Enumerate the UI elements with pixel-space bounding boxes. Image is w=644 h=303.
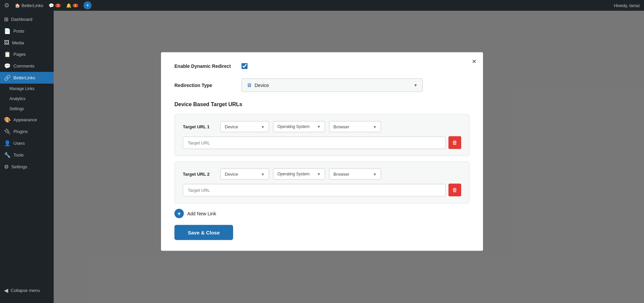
sidebar-item-manage-links[interactable]: Manage Links [0, 84, 54, 94]
os-placeholder-2: Operating System [277, 172, 310, 176]
sidebar-item-pages[interactable]: 📋 Pages [0, 48, 54, 60]
target-url-1-input[interactable] [183, 136, 446, 149]
users-icon: 👤 [4, 140, 11, 146]
target-url-2-input-row: 🗑 [183, 184, 461, 197]
plugins-icon: 🔌 [4, 128, 11, 135]
target-url-1-card: Target URL 1 Device ▼ Operating System ▼… [174, 114, 470, 156]
target-url-2-card: Target URL 2 Device ▼ Operating System ▼… [174, 162, 470, 204]
sidebar-item-comments[interactable]: 💬 Comments [0, 60, 54, 72]
target-url-2-browser-dropdown[interactable]: Browser ▼ [329, 169, 381, 180]
posts-icon: 📄 [4, 28, 11, 34]
sidebar-item-appearance[interactable]: 🎨 Appearance [0, 114, 54, 126]
admin-bar-add-button[interactable]: + [84, 1, 92, 9]
sidebar: ⊞ Dashboard 📄 Posts 🖼 Media 📋 Pages 💬 Co… [0, 11, 54, 303]
target-url-2-delete-button[interactable]: 🗑 [448, 184, 461, 197]
sidebar-item-users[interactable]: 👤 Users [0, 137, 54, 149]
device-placeholder-2: Device [225, 172, 238, 177]
browser-chevron-icon-2: ▼ [373, 172, 377, 176]
sidebar-item-label: Collapse menu [11, 288, 40, 293]
target-url-1-os-dropdown[interactable]: Operating System ▼ [273, 121, 325, 132]
modal-dialog: × Enable Dynamic Redirect Redirection Ty… [161, 52, 483, 251]
target-url-2-input[interactable] [183, 184, 446, 196]
sidebar-item-label: Tools [13, 153, 23, 158]
appearance-icon: 🎨 [4, 117, 11, 123]
admin-bar-site[interactable]: 🏠 BetterLinks [15, 3, 43, 8]
sidebar-item-plugins[interactable]: 🔌 Plugins [0, 126, 54, 137]
os-chevron-icon-2: ▼ [317, 172, 321, 176]
sidebar-item-label: Manage Links [9, 86, 35, 91]
settings-icon: ⚙ [4, 164, 9, 170]
browser-chevron-icon: ▼ [373, 125, 377, 129]
admin-bar-updates[interactable]: 🔔 6 [66, 3, 78, 8]
betterlinks-icon: 🔗 [4, 75, 11, 81]
browser-placeholder-2: Browser [333, 172, 350, 177]
target-url-1-label: Target URL 1 [183, 124, 216, 129]
admin-bar-comments[interactable]: 💬 3 [49, 3, 61, 8]
os-chevron-icon: ▼ [317, 125, 321, 129]
target-url-2-filters-row: Target URL 2 Device ▼ Operating System ▼… [183, 169, 461, 180]
admin-bar-howdy: Howdy, tanaz [614, 3, 640, 8]
save-close-button[interactable]: Save & Close [174, 225, 233, 240]
admin-bar: ⚙ 🏠 BetterLinks 💬 3 🔔 6 + Howdy, tanaz [0, 0, 644, 11]
modal-body: Enable Dynamic Redirect Redirection Type… [161, 52, 483, 251]
sidebar-item-label: Users [13, 141, 25, 146]
sidebar-item-label: Media [12, 40, 24, 45]
redirection-type-row: Redirection Type 🖥 Device ▼ [174, 79, 470, 92]
target-url-1-input-row: 🗑 [183, 136, 461, 149]
tools-icon: 🔧 [4, 152, 11, 158]
sidebar-item-label: Settings [9, 106, 24, 111]
redirection-type-value: Device [255, 83, 269, 88]
target-url-2-os-dropdown[interactable]: Operating System ▼ [273, 169, 325, 179]
sidebar-item-label: Analytics [9, 96, 25, 101]
sidebar-item-settings2[interactable]: ⚙ Settings [0, 161, 54, 173]
media-icon: 🖼 [4, 40, 9, 46]
add-new-link-button[interactable]: + [174, 209, 184, 218]
sidebar-item-label: Comments [13, 63, 35, 69]
add-new-link-row[interactable]: + Add New Link [174, 209, 470, 218]
admin-bar-left: ⚙ 🏠 BetterLinks 💬 3 🔔 6 + [4, 1, 92, 9]
sidebar-item-collapse[interactable]: ◀ Collapse menu [0, 285, 44, 296]
os-placeholder: Operating System [277, 124, 310, 129]
target-url-1-filters-row: Target URL 1 Device ▼ Operating System ▼… [183, 121, 461, 132]
sidebar-item-betterlinks[interactable]: 🔗 BetterLinks [0, 72, 54, 84]
device-chevron-icon: ▼ [261, 125, 265, 129]
sidebar-item-settings[interactable]: Settings [0, 104, 54, 114]
enable-dynamic-redirect-label: Enable Dynamic Redirect [174, 63, 241, 69]
target-url-1-browser-dropdown[interactable]: Browser ▼ [329, 121, 381, 132]
collapse-icon: ◀ [4, 287, 8, 294]
wp-logo-icon[interactable]: ⚙ [4, 2, 9, 9]
monitor-icon: 🖥 [247, 82, 252, 88]
sidebar-item-tools[interactable]: 🔧 Tools [0, 149, 54, 161]
target-url-1-device-dropdown[interactable]: Device ▼ [220, 121, 269, 132]
comments-icon: 💬 [4, 63, 11, 69]
pages-icon: 📋 [4, 51, 11, 57]
sidebar-item-label: Settings [11, 164, 27, 169]
device-based-section: Device Based Target URLs Target URL 1 De… [174, 101, 470, 204]
target-url-2-label: Target URL 2 [183, 172, 216, 177]
sidebar-item-label: BetterLinks [13, 75, 35, 80]
device-chevron-icon-2: ▼ [261, 172, 265, 176]
sidebar-item-label: Pages [13, 52, 26, 57]
sidebar-item-media[interactable]: 🖼 Media [0, 37, 54, 48]
target-url-1-delete-button[interactable]: 🗑 [448, 136, 461, 149]
enable-dynamic-redirect-row: Enable Dynamic Redirect [174, 63, 470, 69]
add-new-link-label: Add New Link [187, 211, 216, 216]
sidebar-item-label: Posts [13, 29, 24, 34]
target-url-2-device-dropdown[interactable]: Device ▼ [220, 169, 269, 180]
sidebar-item-label: Dashboard [11, 17, 33, 22]
device-based-title: Device Based Target URLs [174, 101, 470, 107]
modal-close-button[interactable]: × [472, 58, 476, 65]
device-placeholder: Device [225, 124, 238, 129]
redirection-type-dropdown[interactable]: 🖥 Device ▼ [241, 79, 423, 92]
sidebar-item-label: Appearance [13, 117, 37, 122]
sidebar-item-analytics[interactable]: Analytics [0, 94, 54, 104]
enable-dynamic-redirect-checkbox[interactable] [241, 63, 248, 69]
sidebar-item-posts[interactable]: 📄 Posts [0, 25, 54, 37]
sidebar-item-dashboard[interactable]: ⊞ Dashboard [0, 13, 54, 25]
sidebar-item-label: Plugins [13, 129, 28, 134]
browser-placeholder: Browser [333, 124, 350, 129]
dashboard-icon: ⊞ [4, 16, 8, 23]
redirection-type-chevron-icon: ▼ [414, 83, 418, 88]
redirection-type-label: Redirection Type [174, 83, 241, 88]
